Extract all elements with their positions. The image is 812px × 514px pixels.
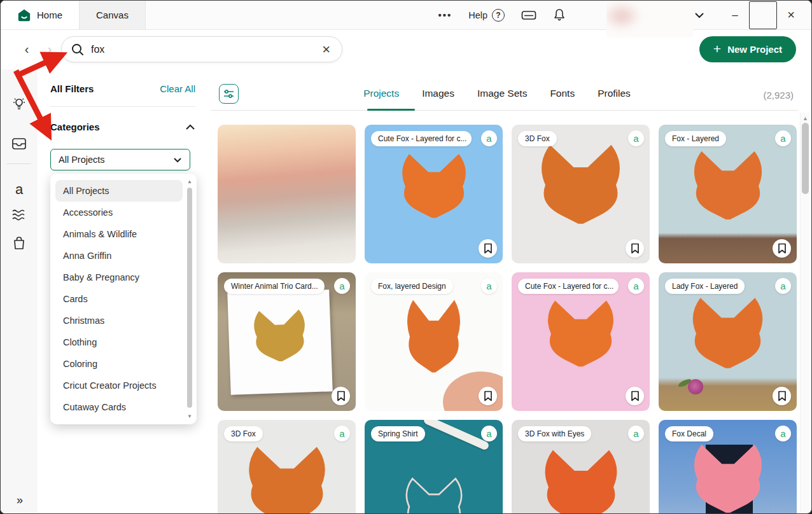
search-bar[interactable]: × xyxy=(61,36,342,62)
access-badge-icon: a xyxy=(628,278,644,294)
project-title: 3D Fox xyxy=(224,426,263,441)
bookmark-icon[interactable] xyxy=(626,387,644,405)
inbox-icon[interactable] xyxy=(1,133,38,155)
main-scrollbar[interactable]: ▲ xyxy=(800,113,809,513)
bookmark-icon[interactable] xyxy=(626,239,644,258)
dropdown-option[interactable]: Animals & Wildlife xyxy=(55,223,183,245)
project-card[interactable]: 3D Fox a xyxy=(218,420,356,514)
materials-waves-icon[interactable] xyxy=(1,204,38,226)
results-tabs: Projects Images Image Sets Fonts Profile… xyxy=(281,84,713,106)
forward-button[interactable]: › xyxy=(40,39,59,59)
ideas-lightbulb-icon[interactable] xyxy=(1,94,38,115)
bookmark-icon[interactable] xyxy=(479,239,497,258)
project-card[interactable]: Cute Fox - Layered for c... a xyxy=(512,272,650,411)
clear-all-link[interactable]: Clear All xyxy=(160,83,195,94)
dropdown-scrollbar-thumb[interactable] xyxy=(187,188,192,408)
dropdown-option[interactable]: Baby & Pregnancy xyxy=(55,267,183,288)
paper-rose xyxy=(688,379,703,394)
help-label: Help xyxy=(468,10,487,20)
category-select[interactable]: All Projects xyxy=(50,149,190,170)
project-card[interactable]: Cute Fox - Layered for c... a xyxy=(365,125,503,263)
dropdown-option[interactable]: Cards xyxy=(55,288,183,310)
canvas-tab-label: Canvas xyxy=(96,10,129,20)
dropdown-option[interactable]: All Projects xyxy=(55,180,183,202)
new-project-label: New Project xyxy=(727,44,782,55)
scroll-up-icon[interactable]: ▲ xyxy=(186,179,193,184)
bookmark-icon[interactable] xyxy=(773,387,791,405)
tab-image-sets[interactable]: Image Sets xyxy=(477,88,527,102)
search-icon xyxy=(71,43,85,57)
project-title: 3D Fox xyxy=(518,131,557,146)
bookmark-icon[interactable] xyxy=(479,387,497,405)
machine-icon[interactable] xyxy=(521,10,536,21)
categories-collapse-chevron-icon[interactable] xyxy=(185,124,195,130)
dropdown-option[interactable]: Coloring xyxy=(55,353,183,375)
filter-panel: All Filters Clear All Categories All Pro… xyxy=(38,69,211,514)
tab-canvas[interactable]: Canvas xyxy=(79,1,146,29)
new-project-button[interactable]: + New Project xyxy=(699,36,796,62)
dropdown-option[interactable]: Cutaway Cards xyxy=(55,396,183,418)
scrollbar-up-icon[interactable]: ▲ xyxy=(801,115,810,122)
project-card-blurred[interactable] xyxy=(218,125,356,263)
left-icon-rail: a » xyxy=(1,69,38,514)
access-badge-icon: a xyxy=(628,426,644,441)
project-card[interactable]: Fox - Layered a xyxy=(659,125,797,263)
project-card[interactable]: 3D Fox a xyxy=(512,125,650,263)
project-card[interactable]: 3D Fox with Eyes a xyxy=(512,420,650,514)
scroll-down-icon[interactable]: ▼ xyxy=(186,413,193,419)
shop-bag-icon[interactable] xyxy=(1,232,38,254)
filter-toggle-button[interactable] xyxy=(219,84,239,104)
project-title: Cute Fox - Layered for c... xyxy=(518,279,619,294)
dropdown-option[interactable]: Accessories xyxy=(55,202,183,223)
bookmark-icon[interactable] xyxy=(773,239,791,258)
minimize-button[interactable]: – xyxy=(721,1,749,29)
project-card[interactable]: Fox, layered Design a xyxy=(365,272,503,411)
card-photo xyxy=(227,289,332,394)
help-question-icon: ? xyxy=(492,9,505,22)
project-grid: Cute Fox - Layered for c... a 3D Fox a F… xyxy=(218,125,797,514)
tab-images[interactable]: Images xyxy=(422,88,454,102)
tab-profiles[interactable]: Profiles xyxy=(598,88,631,102)
close-button[interactable]: × xyxy=(777,1,805,29)
project-title: Spring Shirt xyxy=(371,426,425,441)
help-menu[interactable]: Help ? xyxy=(468,9,505,22)
project-title: Fox, layered Design xyxy=(371,279,453,294)
maximize-icon xyxy=(749,1,777,29)
access-badge-icon: a xyxy=(775,278,791,294)
cricut-access-icon[interactable]: a xyxy=(1,179,38,200)
dropdown-option[interactable]: Anna Griffin xyxy=(55,245,183,267)
overflow-menu-icon[interactable]: ••• xyxy=(438,10,452,20)
cricut-logo-icon xyxy=(17,8,31,22)
access-badge-icon: a xyxy=(334,278,350,294)
tab-fonts[interactable]: Fonts xyxy=(550,88,575,102)
main-scrollbar-thumb[interactable] xyxy=(802,123,809,194)
maximize-button[interactable] xyxy=(749,1,777,29)
expand-rail-button[interactable]: » xyxy=(1,494,38,507)
bookmark-icon[interactable] xyxy=(332,387,350,405)
project-card[interactable]: Lady Fox - Layered a xyxy=(659,272,797,411)
access-badge-icon: a xyxy=(481,426,497,441)
dropdown-option[interactable]: Clothing xyxy=(55,331,183,353)
access-badge-icon: a xyxy=(334,426,350,441)
clear-search-icon[interactable]: × xyxy=(319,41,333,58)
dropdown-option[interactable]: Christmas xyxy=(55,310,183,331)
dropdown-option[interactable]: Cricut Creator Projects xyxy=(55,375,183,396)
project-title: 3D Fox with Eyes xyxy=(518,426,591,441)
home-tab-label: Home xyxy=(37,10,62,20)
search-input[interactable] xyxy=(91,44,313,55)
project-card[interactable]: Fox Decal a xyxy=(659,420,797,514)
access-badge-icon: a xyxy=(481,130,497,146)
project-card[interactable]: Winter Animal Trio Card... a xyxy=(218,272,356,411)
tab-projects[interactable]: Projects xyxy=(363,88,399,102)
filter-divider xyxy=(50,106,195,107)
category-dropdown: All Projects Accessories Animals & Wildl… xyxy=(50,174,197,424)
access-badge-icon: a xyxy=(481,278,497,294)
active-tab-underline xyxy=(367,109,415,111)
dropdown-scrollbar[interactable]: ▲ ▼ xyxy=(186,179,193,419)
back-button[interactable]: ‹ xyxy=(17,39,36,59)
account-chevron-down-icon[interactable] xyxy=(694,12,704,18)
select-chevron-down-icon xyxy=(173,157,182,163)
tab-home[interactable]: Home xyxy=(1,1,79,29)
project-card[interactable]: Spring Shirt a xyxy=(365,420,503,514)
notifications-bell-icon[interactable] xyxy=(553,8,566,22)
